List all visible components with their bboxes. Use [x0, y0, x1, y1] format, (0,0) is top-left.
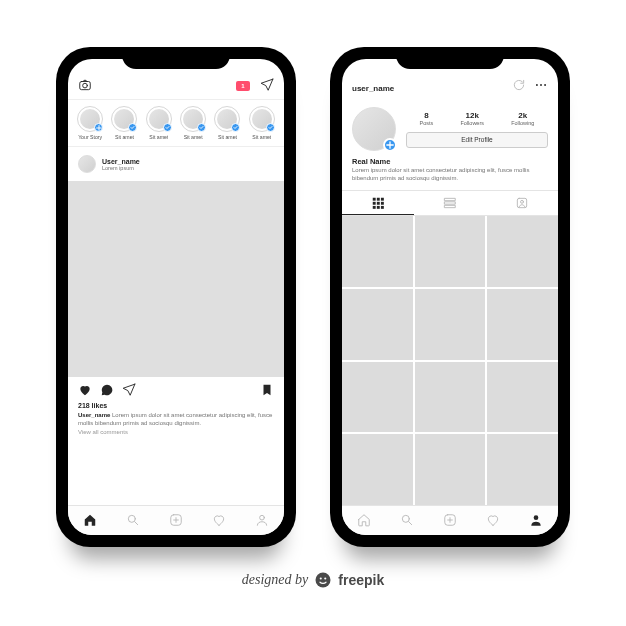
add-story-icon[interactable]: [383, 138, 397, 152]
edit-profile-button[interactable]: Edit Profile: [406, 132, 548, 148]
phone-profile: user_name 8 Posts: [330, 47, 570, 547]
post-likes[interactable]: 218 likes: [68, 402, 284, 409]
tab-grid[interactable]: [342, 191, 414, 215]
svg-point-25: [316, 573, 331, 588]
grid-cell[interactable]: [342, 216, 413, 287]
phone-notch: [396, 47, 504, 69]
story-item[interactable]: Sit amet: [179, 106, 207, 140]
grid-cell[interactable]: [342, 434, 413, 505]
attribution: designed by freepik: [242, 571, 384, 589]
share-icon[interactable]: [122, 383, 136, 398]
refresh-icon[interactable]: [512, 78, 526, 93]
comment-icon[interactable]: [100, 383, 114, 398]
nav-activity-icon[interactable]: [212, 513, 226, 528]
stat-following-label: Following: [511, 120, 534, 126]
svg-rect-0: [80, 82, 91, 90]
grid-cell[interactable]: [415, 289, 486, 360]
profile-stats: 8 Posts 12k Followers 2k Following Edit …: [406, 111, 548, 148]
bookmark-icon[interactable]: [260, 383, 274, 398]
caption-username[interactable]: User_name: [78, 412, 110, 418]
svg-rect-15: [377, 206, 380, 209]
phone-notch: [122, 47, 230, 69]
stat-posts[interactable]: 8 Posts: [420, 111, 434, 126]
grid-cell[interactable]: [415, 362, 486, 433]
grid-cell[interactable]: [487, 362, 558, 433]
grid-cell[interactable]: [342, 289, 413, 360]
svg-point-4: [260, 515, 265, 520]
stories-tray[interactable]: Your Story Sit amet Sit amet: [68, 99, 284, 147]
story-label: Sit amet: [149, 134, 168, 140]
profile-tabs: [342, 190, 558, 216]
post-location[interactable]: Lorem ipsum: [102, 165, 140, 171]
svg-point-21: [521, 201, 524, 204]
svg-point-26: [320, 577, 322, 579]
story-label: Sit amet: [218, 134, 237, 140]
tab-tagged[interactable]: [486, 191, 558, 215]
view-all-comments[interactable]: View all comments: [68, 427, 284, 441]
attribution-prefix: designed by: [242, 572, 308, 588]
stat-following[interactable]: 2k Following: [511, 111, 534, 126]
post-image[interactable]: [68, 181, 284, 377]
story-label: Sit amet: [184, 134, 203, 140]
post-author-username[interactable]: User_name: [102, 158, 140, 165]
grid-cell[interactable]: [415, 434, 486, 505]
grid-cell[interactable]: [415, 216, 486, 287]
profile-avatar[interactable]: [352, 107, 396, 151]
story-item[interactable]: Sit amet: [213, 106, 241, 140]
stat-posts-label: Posts: [420, 120, 434, 126]
edit-profile-label: Edit Profile: [461, 136, 492, 143]
story-item[interactable]: Sit amet: [248, 106, 276, 140]
nav-profile-icon[interactable]: [529, 513, 543, 528]
svg-rect-8: [373, 197, 376, 200]
story-label: Your Story: [78, 134, 102, 140]
svg-point-24: [534, 515, 539, 520]
dm-badge[interactable]: 1: [236, 81, 250, 91]
stat-posts-count: 8: [420, 111, 434, 120]
svg-point-2: [128, 515, 135, 522]
post-author-avatar[interactable]: [78, 155, 96, 173]
story-label: Sit amet: [115, 134, 134, 140]
direct-message-icon[interactable]: [260, 78, 274, 93]
add-story-icon: [94, 123, 103, 132]
svg-point-7: [544, 84, 546, 86]
nav-add-icon[interactable]: [169, 513, 183, 528]
profile-username[interactable]: user_name: [352, 84, 394, 93]
nav-profile-icon[interactable]: [255, 513, 269, 528]
grid-cell[interactable]: [487, 289, 558, 360]
svg-point-1: [83, 83, 88, 88]
freepik-logo-icon: [314, 571, 332, 589]
grid-cell[interactable]: [342, 362, 413, 433]
nav-search-icon[interactable]: [400, 513, 414, 528]
camera-icon[interactable]: [78, 78, 92, 93]
stat-followers[interactable]: 12k Followers: [460, 111, 484, 126]
story-label: Sit amet: [252, 134, 271, 140]
svg-rect-11: [373, 202, 376, 205]
svg-rect-16: [381, 206, 384, 209]
stat-followers-count: 12k: [460, 111, 484, 120]
dm-count: 1: [241, 83, 244, 89]
profile-screen: user_name 8 Posts: [342, 59, 558, 535]
like-icon[interactable]: [78, 383, 92, 398]
menu-icon[interactable]: [534, 78, 548, 93]
nav-activity-icon[interactable]: [486, 513, 500, 528]
story-your-story[interactable]: Your Story: [76, 106, 104, 140]
svg-point-27: [324, 577, 326, 579]
svg-point-5: [536, 84, 538, 86]
nav-search-icon[interactable]: [126, 513, 140, 528]
profile-bio: Real Name Lorem ipsum dolor sit amet con…: [342, 157, 558, 190]
story-item[interactable]: Sit amet: [145, 106, 173, 140]
post-header[interactable]: User_name Lorem ipsum: [68, 147, 284, 181]
nav-home-icon[interactable]: [357, 513, 371, 528]
nav-add-icon[interactable]: [443, 513, 457, 528]
story-item[interactable]: Sit amet: [110, 106, 138, 140]
story-verified-icon: [266, 123, 275, 132]
grid-cell[interactable]: [487, 216, 558, 287]
attribution-brand: freepik: [338, 572, 384, 588]
bottom-nav: [342, 505, 558, 535]
tab-list[interactable]: [414, 191, 486, 215]
profile-grid: [342, 216, 558, 505]
story-verified-icon: [231, 123, 240, 132]
profile-stats-row: 8 Posts 12k Followers 2k Following Edit …: [342, 99, 558, 157]
grid-cell[interactable]: [487, 434, 558, 505]
nav-home-icon[interactable]: [83, 513, 97, 528]
